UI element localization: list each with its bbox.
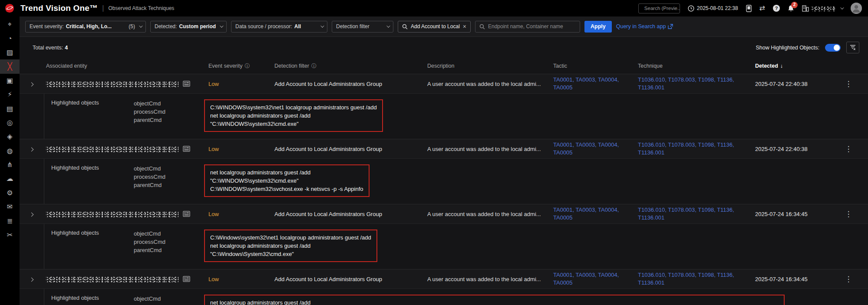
trend-micro-logo-icon[interactable] — [5, 3, 14, 13]
chevron-down-icon — [840, 6, 844, 9]
tactic-links[interactable]: TA0001, TA0003, TA0004, TA0005 — [549, 141, 634, 157]
detected-timestamp: 2025-07-24 22:40:38 — [751, 81, 829, 87]
info-icon[interactable]: ⓘ — [245, 62, 250, 70]
sidebar-item-network-security[interactable]: ⋔ — [0, 158, 20, 172]
brand-separator: | — [102, 4, 104, 12]
clear-chip-icon[interactable]: × — [463, 23, 466, 30]
tactic-links[interactable]: TA0001, TA0003, TA0004, TA0005 — [549, 271, 634, 287]
sidebar-item-assets[interactable]: ≣ — [0, 214, 20, 228]
sidebar-item-service-management[interactable]: ⚙ — [0, 186, 20, 200]
tactic-links[interactable]: TA0001, TA0003, TA0004, TA0005 — [549, 206, 634, 222]
left-sidebar: ⌖ ◔ ▨ ╳ ▣ ⚡ ▤ ◎ ◈ ◍ ⋔ ☁ ⚙ ✉ ≣ ✂ — [0, 16, 20, 305]
data-source-value: All — [294, 23, 301, 30]
sidebar-item-intelligence[interactable]: ▣ — [0, 74, 20, 88]
detection-filter-search-chip[interactable]: Add Account to Local × — [398, 21, 471, 33]
description-value: A user account was added to the local ad… — [423, 211, 549, 217]
sidebar-item-workbench[interactable]: ⌖ — [0, 17, 20, 31]
console-apps-icon[interactable] — [746, 5, 752, 12]
technique-links[interactable]: T1036.010, T1078.003, T1098, T1136, T113… — [634, 141, 751, 157]
global-search-input[interactable]: Search (Previe... — [638, 3, 680, 13]
row-actions-kebab-icon[interactable]: ⋮ — [829, 144, 868, 154]
endpoint-search-input[interactable]: Endpoint name, Container name — [475, 21, 580, 33]
technique-links[interactable]: T1036.010, T1078.003, T1098, T1136, T113… — [634, 271, 751, 287]
tenant-selector[interactable] — [802, 5, 843, 12]
sidebar-item-cloud-security[interactable]: ☁ — [0, 172, 20, 186]
data-source-label: Data source / processor: — [235, 23, 292, 30]
table-row[interactable]: Low Add Account to Local Administrators … — [20, 204, 868, 224]
highlighted-key: parentCmd — [134, 116, 204, 124]
show-highlighted-toggle[interactable] — [825, 44, 841, 52]
event-severity-value: Critical, High, Lo... — [66, 23, 112, 30]
highlighted-key: parentCmd — [134, 181, 204, 189]
apply-button[interactable]: Apply — [584, 21, 612, 33]
expand-chevron-icon[interactable] — [30, 147, 34, 151]
external-link-icon — [668, 24, 673, 29]
highlighted-key: processCmd — [134, 173, 204, 181]
total-events: Total events:4 — [33, 45, 68, 51]
col-detected[interactable]: Detected ↓ — [751, 63, 829, 69]
notifications-bell-icon[interactable]: 2 — [788, 5, 794, 12]
table-row[interactable]: Low Add Account to Local Administrators … — [20, 74, 868, 94]
cloud-icon: ☁ — [7, 175, 13, 182]
table-row[interactable]: Low Add Account to Local Administrators … — [20, 139, 868, 159]
sidebar-item-identity-security[interactable]: ◈ — [0, 130, 20, 144]
expand-chevron-icon[interactable] — [30, 277, 34, 282]
table-row[interactable]: Low Add Account to Local Administrators … — [20, 269, 868, 289]
entity-details-icon[interactable] — [183, 276, 190, 282]
sidebar-item-email-security[interactable]: ✉ — [0, 200, 20, 214]
archive-icon: ≣ — [7, 218, 13, 225]
col-detection-filter[interactable]: Detection filter ⓘ — [270, 62, 423, 70]
lightning-icon: ⚡ — [7, 91, 12, 98]
network-icon: ⋔ — [7, 161, 13, 168]
entity-details-icon[interactable] — [183, 211, 190, 217]
entity-details-icon[interactable] — [183, 81, 190, 87]
col-technique[interactable]: Technique — [634, 63, 751, 69]
col-event-severity[interactable]: Event severity ⓘ — [204, 62, 270, 70]
col-description[interactable]: Description — [423, 63, 549, 69]
datetime-display[interactable]: 2025-08-01 22:38 — [688, 5, 738, 12]
expand-chevron-icon[interactable] — [30, 82, 34, 86]
event-severity-dropdown[interactable]: Event severity: Critical, High, Lo... (5… — [25, 21, 146, 33]
sidebar-item-search[interactable]: ◎ — [0, 116, 20, 130]
technique-links[interactable]: T1036.010, T1078.003, T1098, T1136, T113… — [634, 206, 751, 222]
row-actions-kebab-icon[interactable]: ⋮ — [829, 79, 868, 89]
sidebar-item-data-security[interactable]: ◍ — [0, 144, 20, 158]
page-title: Observed Attack Techniques — [108, 5, 174, 11]
row-actions-kebab-icon[interactable]: ⋮ — [829, 210, 868, 219]
event-severity-value: Low — [204, 81, 270, 87]
query-in-search-link[interactable]: Query in Search app — [616, 23, 673, 30]
detected-period-dropdown[interactable]: Detected: Custom period — [150, 21, 227, 33]
tactic-links[interactable]: TA0001, TA0003, TA0004, TA0005 — [549, 76, 634, 92]
entity-details-icon[interactable] — [183, 146, 190, 152]
database-icon: ◍ — [7, 148, 13, 154]
sidebar-item-tools[interactable]: ✂ — [0, 228, 20, 242]
map-icon: ⌖ — [8, 21, 12, 28]
user-avatar[interactable] — [851, 3, 862, 14]
info-icon[interactable]: ⓘ — [311, 62, 317, 70]
shield-user-icon: ◈ — [7, 133, 12, 140]
sidebar-item-reports[interactable]: ▨ — [0, 46, 20, 59]
integrations-icon[interactable]: ⇄ — [759, 5, 765, 12]
lock-document-icon: ▤ — [7, 105, 13, 112]
data-source-dropdown[interactable]: Data source / processor: All — [231, 21, 327, 33]
col-associated-entity[interactable]: Associated entity — [37, 63, 204, 69]
command-line: net localgroup administrators guest /add — [210, 112, 377, 120]
col-tactic[interactable]: Tactic — [549, 63, 634, 69]
highlighted-objects-label: Highlighted objects — [51, 164, 134, 197]
associated-entity-redacted — [46, 81, 178, 87]
detection-filter-dropdown[interactable]: Detection filter — [332, 21, 393, 33]
associated-entity-redacted — [46, 276, 178, 282]
help-icon[interactable]: ? — [773, 5, 780, 12]
command-line: "C:\WINDOWS\system32\cmd.exe" — [210, 120, 377, 128]
row-actions-kebab-icon[interactable]: ⋮ — [829, 275, 868, 284]
sidebar-item-attack-surface[interactable]: ⚡ — [0, 88, 20, 102]
sidebar-item-policies[interactable]: ▤ — [0, 102, 20, 115]
sidebar-item-xdr-threat-investigation[interactable]: ╳ — [0, 59, 20, 73]
sort-desc-icon: ↓ — [780, 63, 783, 69]
expand-chevron-icon[interactable] — [30, 212, 34, 216]
sidebar-item-dashboard[interactable]: ◔ — [0, 31, 20, 45]
detection-filter-value: Add Account to Local Administrators Grou… — [270, 211, 423, 217]
clear-filters-button[interactable] — [846, 42, 859, 53]
app-header: Trend Vision One™ | Observed Attack Tech… — [0, 0, 868, 16]
technique-links[interactable]: T1036.010, T1078.003, T1098, T1136, T113… — [634, 76, 751, 92]
